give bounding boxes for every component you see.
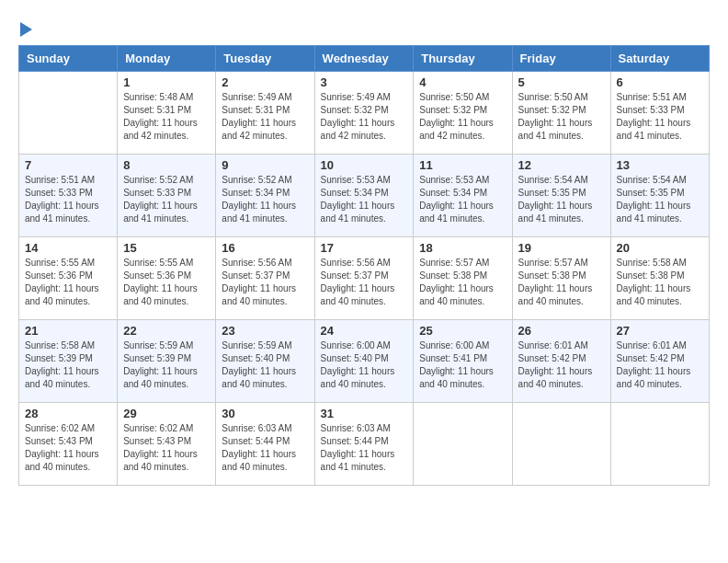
sunset-text: Sunset: 5:37 PM <box>321 270 408 282</box>
calendar-cell: 12Sunrise: 5:54 AMSunset: 5:35 PMDayligh… <box>512 155 610 237</box>
day-number: 1 <box>123 75 210 89</box>
daylight-text: Daylight: 11 hours and 40 minutes. <box>419 365 506 391</box>
sunset-text: Sunset: 5:33 PM <box>123 187 210 200</box>
calendar-cell: 7Sunrise: 5:51 AMSunset: 5:33 PMDaylight… <box>19 155 118 237</box>
logo <box>18 18 32 38</box>
sunrise-text: Sunrise: 5:50 AM <box>419 91 506 104</box>
calendar-cell: 4Sunrise: 5:50 AMSunset: 5:32 PMDaylight… <box>414 72 512 155</box>
sunset-text: Sunset: 5:40 PM <box>321 352 408 365</box>
day-info: Sunrise: 6:02 AMSunset: 5:43 PMDaylight:… <box>123 422 210 474</box>
daylight-text: Daylight: 11 hours and 40 minutes. <box>25 448 111 474</box>
sunrise-text: Sunrise: 5:52 AM <box>222 174 308 187</box>
sunset-text: Sunset: 5:35 PM <box>617 187 703 200</box>
day-info: Sunrise: 5:57 AMSunset: 5:38 PMDaylight:… <box>518 257 605 308</box>
calendar-cell: 25Sunrise: 6:00 AMSunset: 5:41 PMDayligh… <box>414 320 512 403</box>
day-number: 17 <box>321 241 408 255</box>
sunrise-text: Sunrise: 5:49 AM <box>222 91 308 104</box>
sunrise-text: Sunrise: 5:57 AM <box>419 257 506 270</box>
calendar-cell: 17Sunrise: 5:56 AMSunset: 5:37 PMDayligh… <box>314 237 414 320</box>
day-info: Sunrise: 5:56 AMSunset: 5:37 PMDaylight:… <box>321 257 408 308</box>
daylight-text: Daylight: 11 hours and 40 minutes. <box>321 365 408 391</box>
daylight-text: Daylight: 11 hours and 40 minutes. <box>25 365 111 391</box>
sunrise-text: Sunrise: 5:57 AM <box>518 257 605 270</box>
sunrise-text: Sunrise: 5:56 AM <box>321 257 408 270</box>
sunrise-text: Sunrise: 5:51 AM <box>617 91 703 104</box>
calendar-cell: 9Sunrise: 5:52 AMSunset: 5:34 PMDaylight… <box>216 155 314 237</box>
day-info: Sunrise: 5:50 AMSunset: 5:32 PMDaylight:… <box>419 91 506 143</box>
weekday-header-wednesday: Wednesday <box>314 46 414 72</box>
sunrise-text: Sunrise: 6:03 AM <box>321 422 408 435</box>
calendar-cell: 26Sunrise: 6:01 AMSunset: 5:42 PMDayligh… <box>512 320 610 403</box>
daylight-text: Daylight: 11 hours and 41 minutes. <box>518 117 605 143</box>
day-number: 31 <box>321 407 408 420</box>
day-info: Sunrise: 5:50 AMSunset: 5:32 PMDaylight:… <box>518 91 605 143</box>
sunrise-text: Sunrise: 5:52 AM <box>123 174 210 187</box>
sunset-text: Sunset: 5:43 PM <box>123 435 210 448</box>
day-info: Sunrise: 5:51 AMSunset: 5:33 PMDaylight:… <box>617 91 703 143</box>
sunrise-text: Sunrise: 6:01 AM <box>518 339 605 352</box>
day-info: Sunrise: 5:55 AMSunset: 5:36 PMDaylight:… <box>123 257 210 308</box>
day-number: 16 <box>222 241 308 255</box>
calendar-cell: 22Sunrise: 5:59 AMSunset: 5:39 PMDayligh… <box>118 320 216 403</box>
day-info: Sunrise: 5:49 AMSunset: 5:31 PMDaylight:… <box>222 91 308 143</box>
daylight-text: Daylight: 11 hours and 41 minutes. <box>321 448 408 474</box>
calendar-cell: 14Sunrise: 5:55 AMSunset: 5:36 PMDayligh… <box>19 237 118 320</box>
sunset-text: Sunset: 5:39 PM <box>25 352 111 365</box>
day-info: Sunrise: 5:58 AMSunset: 5:39 PMDaylight:… <box>25 339 111 391</box>
calendar-cell <box>610 403 709 486</box>
day-number: 12 <box>518 158 605 172</box>
calendar-cell: 15Sunrise: 5:55 AMSunset: 5:36 PMDayligh… <box>118 237 216 320</box>
calendar-cell: 21Sunrise: 5:58 AMSunset: 5:39 PMDayligh… <box>19 320 118 403</box>
calendar-cell: 31Sunrise: 6:03 AMSunset: 5:44 PMDayligh… <box>314 403 414 486</box>
day-number: 7 <box>25 158 111 172</box>
day-number: 25 <box>419 324 506 338</box>
day-number: 2 <box>222 75 308 89</box>
weekday-header-tuesday: Tuesday <box>216 46 314 72</box>
sunset-text: Sunset: 5:34 PM <box>321 187 408 200</box>
sunset-text: Sunset: 5:42 PM <box>617 352 703 365</box>
daylight-text: Daylight: 11 hours and 41 minutes. <box>419 200 506 225</box>
day-number: 26 <box>518 324 605 338</box>
day-number: 21 <box>25 324 111 338</box>
weekday-header-friday: Friday <box>512 46 610 72</box>
calendar-cell <box>414 403 512 486</box>
day-info: Sunrise: 5:51 AMSunset: 5:33 PMDaylight:… <box>25 174 111 225</box>
day-number: 22 <box>123 324 210 338</box>
sunset-text: Sunset: 5:39 PM <box>123 352 210 365</box>
day-info: Sunrise: 5:59 AMSunset: 5:39 PMDaylight:… <box>123 339 210 391</box>
sunset-text: Sunset: 5:43 PM <box>25 435 111 448</box>
day-number: 24 <box>321 324 408 338</box>
day-info: Sunrise: 5:53 AMSunset: 5:34 PMDaylight:… <box>321 174 408 225</box>
sunrise-text: Sunrise: 5:48 AM <box>123 91 210 104</box>
day-info: Sunrise: 5:54 AMSunset: 5:35 PMDaylight:… <box>617 174 703 225</box>
calendar-table: SundayMondayTuesdayWednesdayThursdayFrid… <box>18 45 710 486</box>
sunset-text: Sunset: 5:32 PM <box>419 104 506 117</box>
sunset-text: Sunset: 5:33 PM <box>617 104 703 117</box>
sunrise-text: Sunrise: 5:59 AM <box>123 339 210 352</box>
day-number: 27 <box>617 324 703 338</box>
sunrise-text: Sunrise: 5:53 AM <box>321 174 408 187</box>
weekday-header-thursday: Thursday <box>414 46 512 72</box>
day-number: 6 <box>617 75 703 89</box>
sunset-text: Sunset: 5:40 PM <box>222 352 308 365</box>
sunrise-text: Sunrise: 5:50 AM <box>518 91 605 104</box>
sunset-text: Sunset: 5:31 PM <box>222 104 308 117</box>
daylight-text: Daylight: 11 hours and 40 minutes. <box>222 365 308 391</box>
day-info: Sunrise: 5:55 AMSunset: 5:36 PMDaylight:… <box>25 257 111 308</box>
sunset-text: Sunset: 5:41 PM <box>419 352 506 365</box>
calendar-cell: 3Sunrise: 5:49 AMSunset: 5:32 PMDaylight… <box>314 72 414 155</box>
sunset-text: Sunset: 5:33 PM <box>25 187 111 200</box>
sunset-text: Sunset: 5:36 PM <box>123 270 210 282</box>
sunrise-text: Sunrise: 6:03 AM <box>222 422 308 435</box>
calendar-cell: 1Sunrise: 5:48 AMSunset: 5:31 PMDaylight… <box>118 72 216 155</box>
daylight-text: Daylight: 11 hours and 41 minutes. <box>617 200 703 225</box>
calendar-cell: 28Sunrise: 6:02 AMSunset: 5:43 PMDayligh… <box>19 403 118 486</box>
day-number: 4 <box>419 75 506 89</box>
sunrise-text: Sunrise: 5:54 AM <box>617 174 703 187</box>
calendar-cell <box>512 403 610 486</box>
daylight-text: Daylight: 11 hours and 40 minutes. <box>222 448 308 474</box>
calendar-cell: 16Sunrise: 5:56 AMSunset: 5:37 PMDayligh… <box>216 237 314 320</box>
calendar-cell <box>19 72 118 155</box>
day-info: Sunrise: 6:03 AMSunset: 5:44 PMDaylight:… <box>321 422 408 474</box>
calendar-cell: 19Sunrise: 5:57 AMSunset: 5:38 PMDayligh… <box>512 237 610 320</box>
